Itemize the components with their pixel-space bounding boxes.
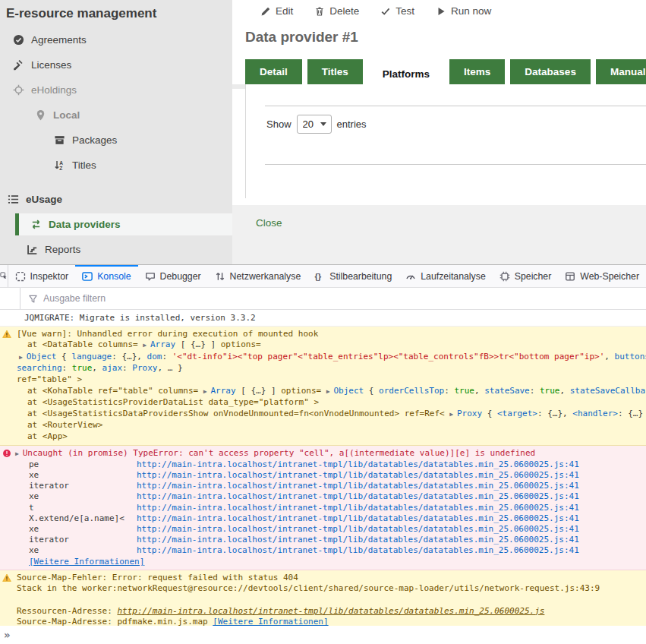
sidebar-item-reports[interactable]: Reports [15, 238, 232, 260]
stack-source-link[interactable]: http://main-intra.localhost/intranet-tmp… [137, 545, 579, 556]
console-text: Proxy [457, 409, 482, 418]
stack-source-link[interactable]: http://main-intra.localhost/intranet-tmp… [137, 513, 579, 524]
console-text: dom [147, 352, 162, 361]
console-block-warn: Source-Map-Fehler: Error: request failed… [0, 570, 646, 626]
console-filter-input[interactable] [38, 293, 646, 304]
gavel-icon [13, 59, 24, 71]
expand-arrow-icon[interactable]: ▶ [326, 388, 334, 395]
console-row: Ressourcen-Adresse: http://main-intra.lo… [0, 606, 646, 617]
stack-source-link[interactable]: http://main-intra.localhost/intranet-tmp… [137, 481, 579, 491]
warning-icon [2, 330, 11, 339]
toolbar-button-label: Edit [276, 5, 293, 17]
clear-console-button[interactable] [0, 288, 20, 309]
console-text: searching [17, 363, 62, 373]
devtools-tab-bar: InspektorKonsoleDebuggerNetzwerkanalyse{… [0, 265, 646, 288]
console-text: : [444, 386, 454, 396]
close-button[interactable]: Close [256, 217, 282, 229]
expand-arrow-icon[interactable]: ▶ [449, 411, 457, 418]
weitere-informationen-link[interactable]: [Weitere Informationen] [29, 557, 144, 567]
sidebar-item-data-providers[interactable]: Data providers [15, 213, 232, 235]
sidebar-item-titles[interactable]: AZTitles [0, 154, 232, 176]
devtools-tab-web-storage[interactable]: Web-Speicher [558, 265, 646, 287]
sidebar-item-label: Packages [72, 134, 117, 146]
console-text: Object [27, 352, 57, 361]
memory-chip-icon [499, 271, 510, 282]
expand-arrow-icon[interactable]: ▶ [203, 388, 211, 395]
stack-source-link[interactable]: http://main-intra.localhost/intranet-tmp… [137, 503, 579, 513]
devtools-tab-console[interactable]: Konsole [75, 265, 137, 287]
expand-arrow-icon[interactable]: ▶ [19, 354, 27, 361]
sidebar-menu: AgreementsLicenseseHoldingsLocalPackages… [0, 29, 232, 260]
entries-label: entries [337, 118, 367, 130]
toolbar-button-test[interactable]: Test [380, 5, 414, 17]
weitere-informationen-link[interactable]: [Weitere Informationen] [213, 617, 328, 626]
tab-platforms[interactable]: Platforms [368, 59, 444, 89]
sidebar-item-label: Data providers [49, 219, 121, 230]
console-text: ref="table" > [17, 374, 82, 384]
sidebar-item-eusage[interactable]: eUsage [0, 188, 232, 210]
console-row: at <UsageStatisticsDataProvidersShow onV… [0, 409, 646, 421]
map-marker-icon [35, 109, 46, 121]
toolbar-button-run-now[interactable]: Run now [436, 5, 491, 17]
page-size-select[interactable]: 20 [297, 115, 332, 134]
console-text: at <UsageStatisticsProviderDataList data… [27, 397, 319, 407]
devtools-tab-style-editor[interactable]: {}Stilbearbeitung [307, 265, 399, 287]
devtools-tab-performance[interactable]: Laufzeitanalyse [399, 265, 492, 287]
tab-bar: DetailTitlesPlatformsItemsDatabasesManua… [245, 59, 646, 84]
stack-function-name: xe [29, 470, 137, 481]
console-text: , … } [157, 363, 182, 373]
toolbar-button-label: Delete [329, 5, 359, 17]
console-stack-row: thttp://main-intra.localhost/intranet-tm… [0, 503, 646, 513]
sidebar-item-eholdings[interactable]: eHoldings [0, 79, 232, 101]
sidebar-item-agreements[interactable]: Agreements [0, 29, 232, 51]
console-text: : [162, 352, 172, 361]
resource-address-link[interactable]: http://main-intra.localhost/intranet-tmp… [117, 606, 544, 616]
devtools-tab-inspector[interactable]: Inspektor [8, 265, 76, 287]
devtools-tab-debugger[interactable]: Debugger [138, 265, 208, 287]
devtools-tab-memory[interactable]: Speicher [493, 265, 559, 287]
stack-function-name: xe [29, 491, 137, 502]
console-input-row[interactable]: » [0, 626, 646, 644]
tasks-icon [8, 194, 19, 205]
tab-items[interactable]: Items [449, 59, 505, 84]
expand-arrow-icon[interactable]: ▶ [15, 450, 23, 457]
stack-source-link[interactable]: http://main-intra.localhost/intranet-tmp… [137, 470, 579, 481]
page-title: Data provider #1 [245, 29, 646, 46]
tab-titles[interactable]: Titles [307, 59, 363, 84]
tab-databases[interactable]: Databases [510, 59, 591, 84]
svg-text:A: A [59, 160, 63, 166]
sidebar-item-local[interactable]: Local [0, 104, 232, 126]
console-text: at <RouterView> [27, 420, 102, 430]
console-text: stateSaveCallba [570, 386, 645, 396]
stack-function-name: pe [29, 459, 137, 470]
sidebar-item-packages[interactable]: Packages [0, 129, 232, 151]
tab-manual-upload[interactable]: Manual upload [596, 59, 646, 84]
console-text: true [540, 386, 560, 396]
sidebar-item-label: Licenses [31, 59, 71, 71]
console-row: ▶ Uncaught (in promise) TypeError: can't… [0, 448, 646, 459]
exchange-icon [30, 219, 42, 230]
devtools-tab-network[interactable]: Netzwerkanalyse [208, 265, 308, 287]
tab-detail[interactable]: Detail [245, 59, 302, 84]
sidebar-item-label: eUsage [26, 194, 62, 205]
stack-source-link[interactable]: http://main-intra.localhost/intranet-tmp… [137, 535, 579, 545]
console-text: { [364, 386, 379, 396]
stack-source-link[interactable]: http://main-intra.localhost/intranet-tmp… [137, 524, 579, 535]
console-text: : {…}, [112, 352, 147, 361]
sidebar-item-licenses[interactable]: Licenses [0, 54, 232, 76]
console-text: JQMIGRATE: Migrate is installed, version… [24, 313, 256, 323]
toolbar-button-delete[interactable]: Delete [314, 5, 359, 17]
console-text: <target> [497, 409, 537, 418]
console-stack-row: iteratorhttp://main-intra.localhost/intr… [0, 535, 646, 545]
toolbar-button-edit[interactable]: Edit [260, 5, 293, 17]
stack-source-link[interactable]: http://main-intra.localhost/intranet-tmp… [137, 491, 579, 502]
expand-arrow-icon[interactable]: ▶ [143, 342, 150, 349]
stack-source-link[interactable]: http://main-intra.localhost/intranet-tmp… [137, 459, 579, 470]
play-icon [436, 6, 446, 17]
svg-text:{}: {} [315, 271, 322, 280]
stack-function-name: xe [29, 524, 137, 535]
pick-element-button[interactable] [0, 265, 8, 287]
console-row: Stack in the worker:networkRequest@resou… [0, 583, 646, 595]
console-text: at <KohaTable ref="table" columns= [27, 386, 203, 396]
devtools-tab-label: Speicher [515, 271, 552, 282]
